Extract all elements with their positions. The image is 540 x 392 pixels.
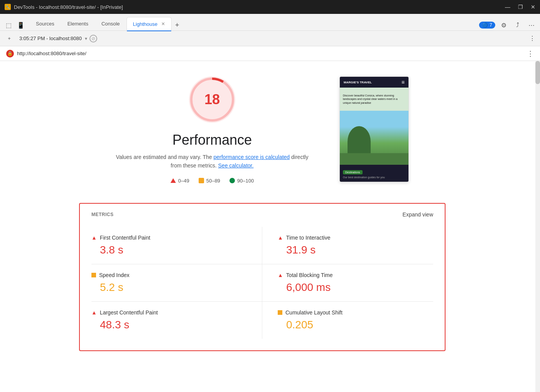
perf-score-link[interactable]: performance score is calculated	[214, 154, 290, 160]
perf-calc-link[interactable]: See calculator.	[218, 162, 254, 169]
address-more-icon[interactable]: ⋮	[529, 35, 535, 42]
address-display: 3:05:27 PM - localhost:8080 ▾ ⊘	[17, 35, 526, 42]
legend-triangle-icon	[170, 178, 176, 183]
close-button[interactable]: ✕	[531, 4, 535, 10]
main-content: 18 Performance Values are estimated and …	[0, 61, 540, 392]
metric-fcp-icon: ▲	[91, 235, 97, 241]
restore-button[interactable]: ❐	[518, 4, 523, 10]
expand-view-button[interactable]: Expand view	[403, 211, 433, 218]
performance-section: 18 Performance Values are estimated and …	[8, 76, 517, 184]
metric-si-icon	[91, 273, 96, 277]
metric-cls: Cumulative Layout Shift 0.205	[262, 302, 433, 339]
more-icon[interactable]: ⋯	[526, 20, 537, 30]
url-more-icon[interactable]: ⋮	[527, 50, 534, 57]
preview-destinations: Destinations Our best destination guides…	[340, 165, 408, 182]
lighthouse-content: 18 Performance Values are estimated and …	[0, 61, 525, 367]
preview-menu-icon: ≡	[402, 79, 405, 85]
addr-dropdown-icon[interactable]: ▾	[85, 36, 87, 41]
metric-fcp-value: 3.8 s	[91, 244, 246, 256]
legend-circle-icon	[230, 178, 235, 183]
performance-description: Values are estimated and may vary. The p…	[116, 153, 309, 170]
site-preview: MARGIE'S TRAVEL ≡ Discover beautiful Cor…	[339, 76, 409, 182]
metric-si-label: Speed Index	[99, 272, 130, 278]
metrics-grid: ▲ First Contentful Paint 3.8 s ▲ Time to…	[91, 227, 433, 339]
metric-lcp: ▲ Largest Contentful Paint 48.3 s	[91, 302, 262, 339]
minimize-button[interactable]: —	[505, 4, 510, 10]
metric-tti-value: 31.9 s	[278, 244, 425, 256]
metric-fcp-label: First Contentful Paint	[100, 235, 150, 241]
tab-elements-label: Elements	[68, 21, 88, 27]
notification-icon: 🔵	[482, 22, 488, 28]
metric-fcp-name-row: ▲ First Contentful Paint	[91, 235, 246, 241]
toolbar-tools: ⬚ 📱	[3, 20, 26, 30]
preview-landscape-image	[340, 111, 408, 165]
metric-cls-label: Cumulative Layout Shift	[285, 309, 343, 316]
metric-tti-icon: ▲	[278, 235, 283, 241]
tab-lighthouse-label: Lighthouse	[133, 21, 158, 27]
preview-logo: MARGIE'S TRAVEL	[344, 81, 372, 84]
legend-orange-range: 50–89	[206, 178, 220, 184]
metric-lcp-value: 48.3 s	[91, 319, 246, 331]
scrollbar-track[interactable]	[535, 61, 540, 392]
metric-tti: ▲ Time to Interactive 31.9 s	[262, 227, 433, 264]
address-bar: + 3:05:27 PM - localhost:8080 ▾ ⊘ ⋮	[0, 31, 540, 46]
notification-count: 7	[489, 22, 492, 28]
perf-desc-text: Values are estimated and may vary. The	[116, 154, 212, 160]
metric-tbt-value: 6,000 ms	[278, 281, 425, 294]
tab-lighthouse-close[interactable]: ✕	[161, 21, 165, 27]
url-bar: 🔒 http://localhost:8080/travel-site/ ⋮	[0, 46, 540, 61]
address-time: 3:05:27 PM - localhost:8080	[19, 35, 82, 41]
score-circle-container: 18	[189, 76, 235, 123]
url-text[interactable]: http://localhost:8080/travel-site/	[17, 51, 524, 56]
score-circle-bg: 18	[189, 76, 235, 123]
legend-green: 90–100	[230, 178, 254, 184]
title-bar: 🔧 DevTools - localhost:8080/travel-site/…	[0, 0, 540, 14]
perf-right: MARGIE'S TRAVEL ≡ Discover beautiful Cor…	[339, 76, 409, 182]
notification-badge[interactable]: 🔵 7	[479, 22, 495, 29]
metric-tbt-name-row: ▲ Total Blocking Time	[278, 272, 425, 278]
metric-tbt-icon: ▲	[278, 272, 283, 278]
device-icon[interactable]: 📱	[15, 20, 26, 30]
legend: 0–49 50–89 90–100	[170, 178, 254, 184]
tab-bar-right: 🔵 7 ⚙ ⤴ ⋯	[479, 20, 537, 30]
metric-cls-value: 0.205	[278, 319, 425, 331]
preview-hero: Discover beautiful Corsica, where stunni…	[340, 88, 408, 111]
metrics-header: METRICS Expand view	[91, 211, 433, 218]
settings-icon[interactable]: ⚙	[498, 20, 509, 30]
metrics-label: METRICS	[91, 212, 114, 217]
metrics-section: METRICS Expand view ▲ First Contentful P…	[79, 203, 446, 351]
legend-orange: 50–89	[199, 178, 220, 184]
metric-si: Speed Index 5.2 s	[91, 264, 262, 302]
preview-dest-tag: Destinations	[343, 170, 363, 174]
tab-elements[interactable]: Elements	[61, 17, 95, 30]
tab-add-button[interactable]: +	[172, 20, 182, 30]
tab-sources[interactable]: Sources	[29, 17, 61, 30]
metric-si-value: 5.2 s	[91, 281, 246, 294]
title-bar-text: DevTools - localhost:8080/travel-site/ -…	[14, 4, 123, 10]
tab-lighthouse[interactable]: Lighthouse ✕	[127, 17, 172, 31]
preview-dest-text: Our best destination guides for you	[343, 176, 405, 179]
tab-sources-label: Sources	[36, 21, 54, 27]
preview-hero-text: Discover beautiful Corsica, where stunni…	[343, 94, 405, 104]
tab-console[interactable]: Console	[95, 17, 127, 30]
metric-tti-name-row: ▲ Time to Interactive	[278, 235, 425, 241]
preview-header: MARGIE'S TRAVEL ≡	[340, 77, 408, 88]
addr-stop-button[interactable]: ⊘	[89, 35, 97, 42]
tab-console-label: Console	[101, 21, 120, 27]
performance-title: Performance	[172, 132, 252, 148]
inspect-icon[interactable]: ⬚	[3, 20, 14, 30]
scrollbar-thumb[interactable]	[535, 61, 540, 84]
metric-lcp-label: Largest Contentful Paint	[100, 309, 158, 316]
legend-green-range: 90–100	[237, 178, 254, 184]
share-icon[interactable]: ⤴	[512, 20, 523, 30]
metric-si-name-row: Speed Index	[91, 272, 246, 278]
legend-red: 0–49	[170, 178, 189, 184]
metric-fcp: ▲ First Contentful Paint 3.8 s	[91, 227, 262, 264]
security-icon: 🔒	[6, 50, 14, 57]
metric-lcp-icon: ▲	[91, 309, 97, 316]
metric-tbt-label: Total Blocking Time	[286, 272, 333, 278]
new-tab-button[interactable]: +	[5, 34, 14, 43]
metric-cls-icon	[278, 310, 282, 315]
legend-red-range: 0–49	[178, 178, 189, 184]
tab-bar: ⬚ 📱 Sources Elements Console Lighthouse …	[0, 14, 540, 31]
